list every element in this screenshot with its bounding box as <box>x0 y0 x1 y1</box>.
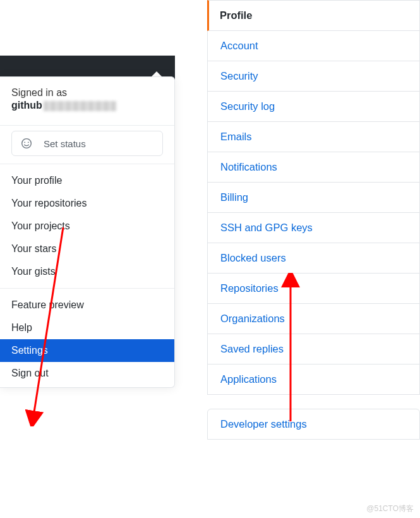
user-dropdown: Signed in as github Set status Your prof… <box>0 76 175 388</box>
sidebar-gap <box>207 395 420 409</box>
your-gists-item[interactable]: Your gists <box>0 260 174 283</box>
watermark: @51CTO博客 <box>366 503 414 514</box>
set-status-button[interactable]: Set status <box>11 131 163 156</box>
sidebar-item-notifications[interactable]: Notifications <box>207 152 420 183</box>
sidebar-item-security-log[interactable]: Security log <box>207 92 420 122</box>
sidebar-item-organizations[interactable]: Organizations <box>207 304 420 334</box>
help-item[interactable]: Help <box>0 316 174 339</box>
your-profile-item[interactable]: Your profile <box>0 169 174 192</box>
username-prefix: github <box>11 100 42 111</box>
settings-item[interactable]: Settings <box>0 339 174 362</box>
sidebar-item-applications[interactable]: Applications <box>207 364 420 395</box>
signed-in-label: Signed in as <box>11 87 163 99</box>
divider <box>0 164 174 164</box>
your-stars-item[interactable]: Your stars <box>0 238 174 260</box>
sidebar-item-emails[interactable]: Emails <box>207 122 420 152</box>
sidebar-item-saved-replies[interactable]: Saved replies <box>207 334 420 364</box>
settings-sidebar: Profile Account Security Security log Em… <box>207 0 420 440</box>
divider <box>0 125 174 126</box>
sidebar-item-blocked-users[interactable]: Blocked users <box>207 243 420 274</box>
sidebar-item-account[interactable]: Account <box>207 31 420 61</box>
svg-point-1 <box>24 142 25 143</box>
sidebar-item-developer-settings[interactable]: Developer settings <box>207 409 420 440</box>
sidebar-item-billing[interactable]: Billing <box>207 183 420 213</box>
svg-point-0 <box>22 139 32 148</box>
feature-preview-item[interactable]: Feature preview <box>0 294 174 316</box>
set-status-label: Set status <box>44 138 86 149</box>
sidebar-item-repositories[interactable]: Repositories <box>207 274 420 304</box>
dropdown-caret <box>152 71 162 76</box>
sidebar-item-ssh-gpg-keys[interactable]: SSH and GPG keys <box>207 213 420 243</box>
dropdown-group-1: Your profile Your repositories Your proj… <box>0 169 174 283</box>
your-projects-item[interactable]: Your projects <box>0 215 174 238</box>
svg-point-2 <box>28 142 29 143</box>
your-repositories-item[interactable]: Your repositories <box>0 192 174 215</box>
smiley-icon <box>21 138 32 149</box>
dropdown-group-2: Feature preview Help Settings Sign out <box>0 294 174 385</box>
sidebar-item-security[interactable]: Security <box>207 61 420 92</box>
sidebar-item-profile[interactable]: Profile <box>207 0 420 31</box>
divider <box>0 288 174 289</box>
username-redacted <box>44 101 116 111</box>
sign-out-item[interactable]: Sign out <box>0 362 174 385</box>
signed-in-block: Signed in as github <box>0 85 174 120</box>
